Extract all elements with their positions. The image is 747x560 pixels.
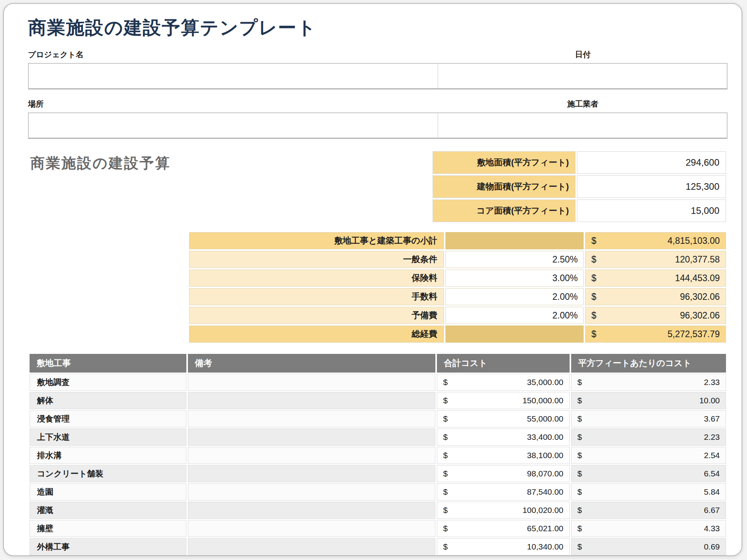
area-row-value[interactable]: 125,300 [577,175,726,198]
summary-row-label: 予備費 [189,307,444,324]
amount-value: 6.54 [704,469,720,478]
money-wrap: $6.67 [572,506,725,515]
site-item-cost-per-sqft: $6.67 [571,502,726,519]
amount-value: 10.00 [699,396,720,405]
site-item-notes[interactable] [188,483,435,500]
project-name-label: プロジェクト名 [28,49,438,60]
area-table-body: 敷地面積(平方フィート)294,600建物面積(平方フィート)125,300コア… [433,151,726,222]
summary-row: 手数料2.00%$96,302.06 [189,288,726,305]
site-item-total-cost[interactable]: $87,540.00 [437,483,570,500]
site-item-cost-per-sqft: $3.67 [571,410,726,427]
site-table-row: 造園$87,540.00$5.84 [30,483,726,500]
amount-value: 5,272,537.79 [668,329,720,340]
currency-symbol: $ [577,524,582,533]
site-item-name: コンクリート舗装 [30,465,186,482]
site-item-notes[interactable] [188,502,435,519]
area-row-value[interactable]: 15,000 [577,200,726,222]
amount-value: 35,000.00 [527,378,563,387]
summary-row-label: 総経費 [189,326,444,343]
site-item-cost-per-sqft: $10.00 [571,392,726,409]
summary-row-percent[interactable]: 2.50% [445,251,584,268]
summary-row-value: $96,302.06 [585,307,726,324]
site-table-row: 浸食管理$55,000.00$3.67 [30,410,726,427]
site-table-row: 上下水道$33,400.00$2.23 [30,429,726,446]
site-table-row: 灌漑$100,020.00$6.67 [30,502,726,519]
currency-symbol: $ [443,396,448,405]
amount-value: 2.54 [704,451,720,460]
site-item-name: 上下水道 [30,429,186,446]
site-item-notes[interactable] [188,520,435,537]
date-input[interactable] [438,64,727,88]
amount-value: 38,100.00 [527,451,563,460]
site-item-total-cost[interactable]: $150,000.00 [437,392,570,409]
currency-symbol: $ [577,378,582,387]
site-item-cost-per-sqft: $2.23 [571,429,726,446]
money-wrap: $5.84 [572,487,725,497]
site-item-total-cost[interactable]: $33,400.00 [437,429,570,446]
site-item-notes[interactable] [188,447,435,464]
area-table: 敷地面積(平方フィート)294,600建物面積(平方フィート)125,300コア… [431,150,728,224]
site-item-total-cost[interactable]: $55,000.00 [437,410,570,427]
date-label: 日付 [438,49,728,60]
summary-row-value: $5,272,537.79 [585,326,726,343]
money-wrap: $87,540.00 [438,487,569,497]
site-item-name: 浸食管理 [30,410,186,427]
summary-row-percent[interactable]: 2.00% [445,288,584,305]
site-item-notes[interactable] [188,374,435,391]
money-wrap: $65,021.00 [438,524,569,533]
area-row-value[interactable]: 294,600 [577,151,726,174]
site-item-cost-per-sqft: $6.54 [571,465,726,482]
money-wrap: $2.54 [572,451,725,460]
site-item-notes[interactable] [188,538,435,555]
area-row-label: 建物面積(平方フィート) [433,175,575,198]
site-item-total-cost[interactable]: $100,020.00 [437,502,570,519]
amount-value: 6.67 [704,506,720,515]
site-item-name: 敷地調査 [30,374,186,391]
project-name-input[interactable] [29,64,438,88]
money-wrap: $96,302.06 [586,310,725,321]
amount-value: 98,070.00 [527,469,563,478]
contractor-input[interactable] [438,113,727,138]
amount-value: 96,302.06 [680,292,720,302]
currency-symbol: $ [443,378,448,387]
site-table-body: 敷地調査$35,000.00$2.33解体$150,000.00$10.00浸食… [30,374,726,555]
amount-value: 0.69 [704,542,720,551]
currency-symbol: $ [591,310,596,321]
summary-row-value: $144,453.09 [585,270,726,287]
site-item-notes[interactable] [188,465,435,482]
site-table-row: コンクリート舗装$98,070.00$6.54 [30,465,726,482]
site-item-total-cost[interactable]: $35,000.00 [437,374,570,391]
summary-row-percent[interactable]: 3.00% [445,270,584,287]
site-item-notes[interactable] [188,392,435,409]
currency-symbol: $ [443,542,448,551]
amount-value: 10,340.00 [527,542,563,551]
amount-value: 65,021.00 [527,524,563,533]
area-row: コア面積(平方フィート)15,000 [433,200,726,222]
money-wrap: $0.69 [572,542,725,551]
site-item-total-cost[interactable]: $10,340.00 [437,538,570,555]
money-wrap: $10,340.00 [438,542,569,551]
money-wrap: $4,815,103.00 [586,236,725,246]
site-item-name: 外構工事 [30,538,186,555]
summary-row: 保険料3.00%$144,453.09 [189,270,726,287]
site-item-notes[interactable] [188,410,435,427]
location-input[interactable] [29,113,438,138]
currency-symbol: $ [591,329,596,340]
currency-symbol: $ [443,469,448,478]
currency-symbol: $ [577,506,582,515]
amount-value: 96,302.06 [680,310,720,321]
summary-row-percent[interactable]: 2.00% [445,307,584,324]
summary-row: 一般条件2.50%$120,377.58 [189,251,726,268]
amount-value: 87,540.00 [527,487,563,497]
amount-value: 100,020.00 [523,506,563,515]
amount-value: 120,377.58 [675,254,720,265]
money-wrap: $38,100.00 [438,451,569,460]
currency-symbol: $ [443,506,448,515]
site-item-total-cost[interactable]: $38,100.00 [437,447,570,464]
site-item-total-cost[interactable]: $65,021.00 [437,520,570,537]
page-content: 商業施設の建設予算テンプレート プロジェクト名 日付 場所 施工業者 商業施設の… [28,4,728,556]
site-item-notes[interactable] [188,429,435,446]
site-item-total-cost[interactable]: $98,070.00 [437,465,570,482]
area-row: 建物面積(平方フィート)125,300 [433,175,726,198]
summary-row-label: 手数料 [189,288,444,305]
